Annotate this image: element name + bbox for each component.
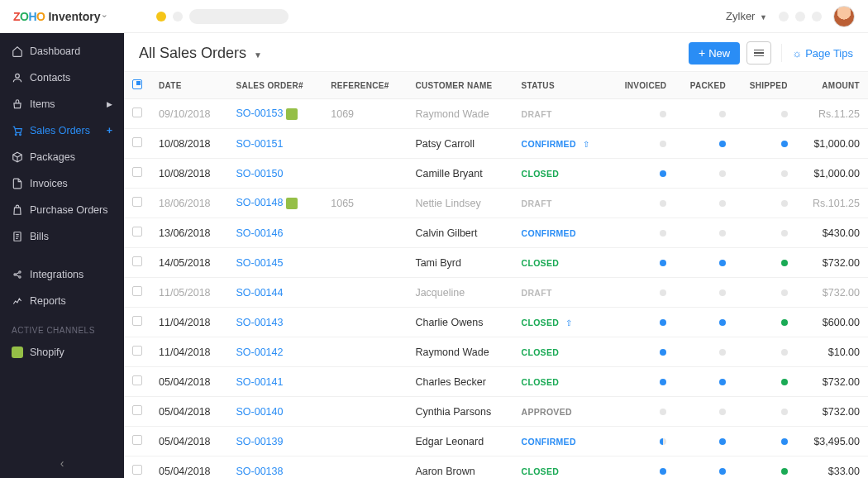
cell-reference bbox=[322, 218, 407, 248]
status-dot-icon bbox=[781, 200, 788, 207]
table-row[interactable]: 11/04/2018SO-00142Raymond WadeCLOSED$10.… bbox=[124, 337, 868, 367]
status-badge: CONFIRMED bbox=[522, 139, 576, 149]
col-status[interactable]: STATUS bbox=[513, 72, 609, 99]
shopify-icon bbox=[286, 198, 298, 209]
row-checkbox[interactable] bbox=[132, 108, 142, 117]
sales-order-link[interactable]: SO-00139 bbox=[236, 436, 283, 447]
page-tips-link[interactable]: ☼Page Tips bbox=[792, 47, 853, 60]
table-row[interactable]: 14/05/2018SO-00145Tami ByrdCLOSED$732.00 bbox=[124, 248, 868, 278]
row-checkbox[interactable] bbox=[132, 346, 142, 356]
table-row[interactable]: 13/06/2018SO-00146Calvin GilbertCONFIRME… bbox=[124, 218, 868, 248]
sales-order-link[interactable]: SO-00144 bbox=[236, 287, 283, 299]
home-icon bbox=[12, 45, 23, 57]
col-invoiced[interactable]: INVOICED bbox=[608, 72, 675, 99]
col-customer[interactable]: CUSTOMER NAME bbox=[407, 72, 513, 99]
sales-order-link[interactable]: SO-00146 bbox=[236, 227, 283, 239]
table-row[interactable]: 11/04/2018SO-00143Charlie OwensCLOSED⇧$6… bbox=[124, 308, 868, 337]
col-sales-order[interactable]: SALES ORDER# bbox=[227, 72, 322, 99]
cell-packed bbox=[675, 427, 734, 456]
cell-invoiced bbox=[608, 456, 675, 479]
row-checkbox[interactable] bbox=[132, 405, 142, 415]
sidebar-item-bills[interactable]: Bills bbox=[0, 223, 124, 250]
sidebar-item-label: Items bbox=[30, 98, 55, 110]
row-checkbox[interactable] bbox=[132, 227, 142, 237]
cell-packed bbox=[675, 159, 734, 189]
sidebar-item-sales-orders[interactable]: Sales Orders+ bbox=[0, 117, 124, 144]
row-checkbox[interactable] bbox=[132, 197, 142, 207]
sidebar-item-invoices[interactable]: Invoices bbox=[0, 170, 124, 197]
sales-order-link[interactable]: SO-00153 bbox=[236, 108, 283, 119]
sales-order-link[interactable]: SO-00140 bbox=[236, 406, 283, 418]
sales-order-link[interactable]: SO-00145 bbox=[236, 257, 283, 269]
list-menu-button[interactable] bbox=[746, 41, 771, 65]
sidebar-item-purchase-orders[interactable]: Purchase Orders bbox=[0, 197, 124, 223]
page-header: All Sales Orders ▼ +New ☼Page Tips bbox=[124, 33, 868, 72]
sales-order-link[interactable]: SO-00143 bbox=[236, 317, 283, 328]
cell-shipped bbox=[734, 129, 796, 159]
sales-order-link[interactable]: SO-00141 bbox=[236, 376, 283, 388]
sales-order-link[interactable]: SO-00148 bbox=[236, 197, 283, 208]
table-row[interactable]: 18/06/2018SO-001481065Nettie LindseyDRAF… bbox=[124, 189, 868, 218]
table-row[interactable]: 05/04/2018SO-00138Aaron BrownCLOSED$33.0… bbox=[124, 456, 868, 479]
add-icon[interactable]: + bbox=[107, 125, 112, 136]
status-dot-icon bbox=[660, 468, 666, 475]
table-row[interactable]: 11/05/2018SO-00144JacquelineDRAFT$732.00 bbox=[124, 278, 868, 308]
table-row[interactable]: 10/08/2018SO-00151Patsy CarrollCONFIRMED… bbox=[124, 129, 868, 159]
sidebar-item-integrations[interactable]: Integrations bbox=[0, 261, 124, 288]
cell-sales-order: SO-00150 bbox=[227, 159, 322, 189]
hamburger-icon bbox=[754, 50, 764, 57]
row-checkbox[interactable] bbox=[132, 465, 142, 475]
row-checkbox[interactable] bbox=[132, 435, 142, 445]
col-amount[interactable]: AMOUNT bbox=[796, 72, 868, 99]
table-row[interactable]: 09/10/2018SO-001531069Raymond WadeDRAFTR… bbox=[124, 99, 868, 129]
orders-table: DATE SALES ORDER# REFERENCE# CUSTOMER NA… bbox=[124, 72, 868, 478]
sidebar-item-contacts[interactable]: Contacts bbox=[0, 65, 124, 91]
app-name[interactable]: Inventory bbox=[48, 10, 100, 23]
sales-order-link[interactable]: SO-00150 bbox=[236, 168, 283, 179]
sidebar-item-items[interactable]: Items▶ bbox=[0, 91, 124, 117]
svg-point-4 bbox=[14, 274, 16, 275]
sidebar-item-dashboard[interactable]: Dashboard bbox=[0, 38, 124, 65]
column-picker-icon[interactable] bbox=[132, 79, 142, 89]
row-checkbox[interactable] bbox=[132, 375, 142, 385]
col-shipped[interactable]: SHIPPED bbox=[734, 72, 796, 99]
table-header: DATE SALES ORDER# REFERENCE# CUSTOMER NA… bbox=[124, 72, 868, 99]
ship-note-icon: ⇧ bbox=[583, 140, 589, 149]
status-dot-icon bbox=[781, 289, 788, 296]
table-row[interactable]: 10/08/2018SO-00150Camille BryantCLOSED$1… bbox=[124, 159, 868, 189]
cell-status: DRAFT bbox=[513, 278, 609, 308]
sidebar-item-reports[interactable]: Reports bbox=[0, 288, 124, 314]
sales-order-link[interactable]: SO-00142 bbox=[236, 347, 283, 358]
app-switcher-caret-icon[interactable]: › bbox=[101, 15, 110, 17]
status-dot-icon bbox=[781, 170, 788, 177]
sidebar-collapse-button[interactable]: ‹ bbox=[0, 448, 124, 478]
cell-reference bbox=[322, 367, 407, 397]
sidebar-item-packages[interactable]: Packages bbox=[0, 144, 124, 170]
col-date[interactable]: DATE bbox=[150, 72, 227, 99]
cell-shipped bbox=[734, 427, 796, 456]
divider bbox=[781, 44, 782, 62]
sidebar-section-label: ACTIVE CHANNELS bbox=[0, 314, 124, 340]
row-checkbox[interactable] bbox=[132, 286, 142, 296]
row-checkbox[interactable] bbox=[132, 137, 142, 147]
row-checkbox[interactable] bbox=[132, 256, 142, 266]
sales-order-link[interactable]: SO-00138 bbox=[236, 466, 283, 477]
cell-shipped bbox=[734, 337, 796, 367]
row-checkbox[interactable] bbox=[132, 167, 142, 177]
new-button[interactable]: +New bbox=[689, 42, 740, 65]
page-title[interactable]: All Sales Orders ▼ bbox=[139, 45, 262, 62]
org-switcher[interactable]: Zylker ▼ bbox=[726, 10, 767, 22]
table-row[interactable]: 05/04/2018SO-00141Charles BeckerCLOSED$7… bbox=[124, 367, 868, 397]
cell-invoiced bbox=[608, 367, 675, 397]
cell-date: 05/04/2018 bbox=[150, 367, 227, 397]
avatar[interactable] bbox=[833, 6, 855, 27]
status-dot-icon bbox=[660, 379, 666, 385]
status-dot-icon bbox=[781, 409, 788, 415]
col-reference[interactable]: REFERENCE# bbox=[322, 72, 407, 99]
table-row[interactable]: 05/04/2018SO-00139Edgar LeonardCONFIRMED… bbox=[124, 427, 868, 456]
col-packed[interactable]: PACKED bbox=[675, 72, 734, 99]
table-row[interactable]: 05/04/2018SO-00140Cynthia ParsonsAPPROVE… bbox=[124, 397, 868, 427]
channel-item-shopify[interactable]: Shopify bbox=[0, 340, 124, 365]
sales-order-link[interactable]: SO-00151 bbox=[236, 138, 283, 150]
row-checkbox[interactable] bbox=[132, 316, 142, 326]
